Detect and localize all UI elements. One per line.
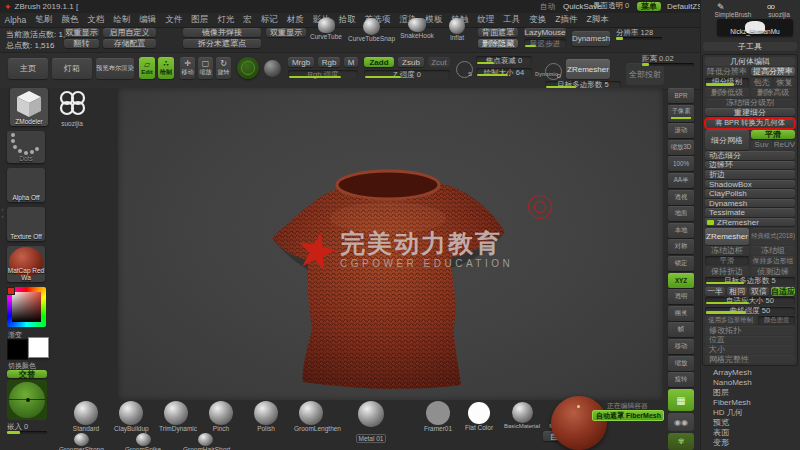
curvetubesnap-brush[interactable]: CurveTubeSnap: [348, 18, 394, 42]
del-higher-button[interactable]: 删除高级: [751, 88, 795, 97]
section-dynamesh[interactable]: Dynamesh: [705, 199, 795, 207]
main-color-swatch[interactable]: [7, 339, 28, 360]
current-stroke-thumb[interactable]: Dots: [7, 131, 45, 163]
palette-item[interactable]: NanoMesh: [703, 379, 797, 387]
floor-grid-button[interactable]: 地面: [668, 206, 694, 221]
modify-topology-button[interactable]: 修改拓扑: [705, 326, 795, 334]
palette-item[interactable]: 预览: [703, 419, 797, 427]
current-brush-sphere-icon[interactable]: [264, 60, 281, 77]
alpha-off-thumb[interactable]: Alpha Off: [7, 168, 45, 202]
freeze-groups-button[interactable]: 冻结组: [751, 246, 795, 255]
embed-slider[interactable]: 嵌入 0: [7, 422, 47, 434]
draw-mode-button[interactable]: ∴ 绘制: [158, 57, 174, 79]
curvetube-brush[interactable]: CurveTube: [306, 18, 346, 40]
brush-thumb[interactable]: Standard: [69, 401, 103, 432]
material-flatcolor[interactable]: Flat Color: [459, 401, 499, 431]
section-tessimate[interactable]: Tessimate: [705, 208, 795, 216]
menu-item[interactable]: 宏: [239, 14, 257, 26]
menu-item[interactable]: 文档: [83, 14, 109, 26]
del-lower-button[interactable]: 删除低级: [705, 88, 749, 97]
palette-item[interactable]: 变形: [703, 439, 797, 447]
scroll-button[interactable]: 滚动: [668, 123, 694, 138]
convert-bpr-to-geo-button[interactable]: 将 BPR 转换为几何体: [706, 119, 794, 128]
zr-smooth-slider[interactable]: 平滑: [705, 256, 749, 265]
subtool-header[interactable]: 子工具: [703, 42, 797, 51]
zcut-button[interactable]: Zcut: [428, 57, 450, 67]
section-edgeloop[interactable]: 边缘环: [705, 161, 795, 169]
material-metal01[interactable]: Metal 01: [347, 401, 395, 445]
ghost-button[interactable]: 幽灵: [668, 306, 694, 321]
smooth-toggle-button[interactable]: 平滑: [751, 130, 795, 139]
geometry-header[interactable]: 几何体编辑: [705, 57, 795, 66]
active-tool-thumb[interactable]: Nickz_HumanMu: [717, 19, 793, 36]
preview-boolean-button[interactable]: 预览布尔渲染: [96, 58, 134, 79]
edit-mode-button[interactable]: ▱ Edit: [139, 57, 155, 79]
legacy-2018-button[interactable]: 经典模式(2018): [751, 228, 795, 245]
brush-thumb[interactable]: Pinch: [204, 401, 238, 432]
size-button[interactable]: 大小: [705, 345, 795, 353]
zremesher-shelf-button[interactable]: ZRemesher: [566, 59, 610, 79]
sdiv-slider[interactable]: 细分级别: [705, 78, 749, 87]
section-zremesher[interactable]: ZRemesher: [705, 218, 795, 226]
red-material-sphere[interactable]: [551, 396, 607, 450]
use-polypaint-button[interactable]: 使用多边形绘制: [705, 316, 756, 325]
bpr-render-button[interactable]: BPR: [668, 88, 694, 103]
adaptive-size-slider[interactable]: 自适应大小 50: [705, 297, 795, 305]
fiber-dim-green-icon[interactable]: ✾: [668, 433, 694, 450]
menu-item[interactable]: 灯光: [213, 14, 239, 26]
higher-res-button[interactable]: 提高分辨率: [751, 67, 795, 76]
brush-thumb[interactable]: ClayBuildup: [114, 401, 148, 432]
inflat-brush[interactable]: Inflat: [440, 18, 474, 41]
split-unmasked-button[interactable]: 拆分未遮罩点: [183, 39, 261, 48]
local-transform-button[interactable]: 本地: [668, 223, 694, 238]
lazymouse-button[interactable]: LazyMouse: [524, 28, 566, 37]
same-button[interactable]: 相同: [727, 287, 747, 296]
half-button[interactable]: 一半: [705, 287, 725, 296]
perspective-button[interactable]: 透视: [668, 190, 694, 205]
color-picker-sv-square[interactable]: [12, 292, 41, 322]
distance-slider[interactable]: 距离 0.02: [642, 54, 696, 66]
menu-item[interactable]: 材质: [282, 14, 308, 26]
zoom3d-button[interactable]: 缩放3D: [668, 140, 694, 155]
spheres-gray-icon[interactable]: ◉◉: [668, 413, 694, 431]
automask-fibermesh-bar[interactable]: 自动遮罩 FiberMesh: [592, 410, 664, 421]
dual-display-button[interactable]: 双重显示: [64, 28, 99, 37]
current-alpha-thumb[interactable]: suozijia: [55, 90, 89, 127]
section-claypolish[interactable]: ClayPolish: [705, 189, 795, 197]
gyro-button[interactable]: [237, 57, 259, 79]
adaptive-button[interactable]: 自适应: [771, 287, 795, 296]
double-button[interactable]: 双倍: [749, 287, 769, 296]
palette-item[interactable]: 表面: [703, 429, 797, 437]
backface-mask-button[interactable]: 背面遮罩: [478, 28, 518, 37]
menu-item[interactable]: 文件: [161, 14, 187, 26]
rgb-intensity-slider[interactable]: Rgb 强度: [288, 70, 358, 79]
menu-item[interactable]: 纹理: [473, 14, 499, 26]
palette-item[interactable]: ArrayMesh: [703, 369, 797, 377]
brush-thumb[interactable]: TrimDynamic: [159, 401, 193, 432]
rotate-view-button[interactable]: 旋转: [668, 372, 694, 387]
freeze-sdiv-button[interactable]: 冻结细分级别: [705, 99, 795, 107]
scale-mode-button[interactable]: ▢ 缩放: [198, 57, 213, 79]
lightbox-button[interactable]: 灯箱: [52, 58, 92, 79]
divide-button[interactable]: 细分网格: [705, 130, 749, 150]
target-poly-slider[interactable]: 目标多边形数 5: [705, 277, 795, 285]
cage-button[interactable]: 包壳: [751, 78, 772, 87]
snakehook-brush[interactable]: SnakeHook: [396, 18, 438, 39]
dual-display2-button[interactable]: 双重显示: [266, 28, 306, 37]
xyz-symmetry-button[interactable]: XYZ: [668, 273, 694, 288]
menu-item[interactable]: 图层: [187, 14, 213, 26]
section-shadowbox[interactable]: ShadowBox: [705, 180, 795, 188]
dynamesh-button[interactable]: Dynamesh: [572, 31, 610, 46]
reuv-button[interactable]: ReUV: [774, 140, 795, 149]
tray-divider[interactable]: ‹›: [0, 206, 5, 236]
move-mode-button[interactable]: ✛ 移动: [180, 57, 195, 79]
home-button[interactable]: 主页: [8, 58, 48, 79]
uvmap-green-icon[interactable]: ▦: [668, 389, 694, 411]
menu-item[interactable]: 笔刷: [31, 14, 57, 26]
menu-item[interactable]: 编辑: [135, 14, 161, 26]
draw-size-slider[interactable]: 绘制大小 64: [476, 68, 532, 77]
store-config-button[interactable]: 存储配置: [103, 39, 156, 48]
delete-hidden-button[interactable]: 删除隐藏: [478, 39, 518, 48]
brush-thumb[interactable]: GroomerStrong: [59, 433, 103, 450]
menu-item[interactable]: Z插件: [551, 14, 582, 26]
